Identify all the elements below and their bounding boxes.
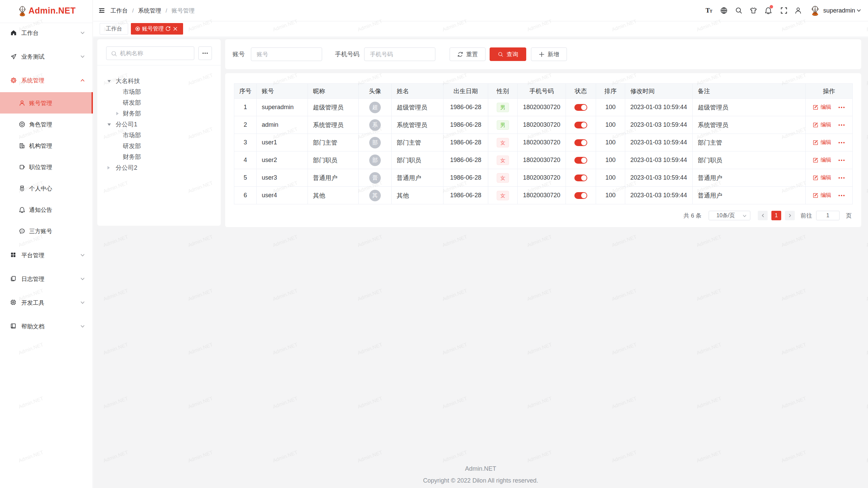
svg-text:T: T — [710, 9, 712, 14]
